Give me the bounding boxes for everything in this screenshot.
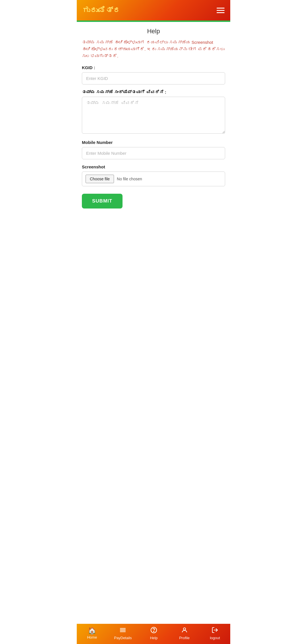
submit-button[interactable]: SUBMIT — [82, 194, 123, 209]
mobile-field-group: Mobile Number — [82, 140, 225, 159]
svg-point-6 — [183, 628, 186, 630]
nav-label-profile: Profile — [179, 636, 190, 640]
choose-file-button[interactable]: Choose file — [86, 175, 114, 183]
header: ಗುರುಮಿತ್ರ — [77, 0, 230, 20]
problem-field-group: ತಮ್ಮ ಸಮಸ್ಯೆ ಸಂಕ್ಷಿಪ್ತವಾಗಿ ವಿವರಿಸಿ : — [82, 90, 225, 135]
profile-icon — [181, 627, 188, 635]
nav-item-help[interactable]: Help — [145, 627, 162, 640]
mobile-label: Mobile Number — [82, 140, 225, 145]
no-file-text: No file chosen — [117, 177, 142, 181]
logout-icon — [211, 627, 218, 635]
screenshot-field-group: Screenshot Choose file No file chosen — [82, 164, 225, 186]
help-icon — [150, 627, 157, 635]
home-icon: 🏠 — [88, 627, 96, 634]
main-content: Help ತಮ್ಮ ಸಮಸ್ಯೆ ಹಂಚಿಕೊಳ್ಳುವಾಗ ದಯವಿಟ್ಟು … — [77, 22, 230, 644]
bottom-nav: 🏠 Home PayDetails Help — [77, 624, 230, 644]
app-logo: ಗುರುಮಿತ್ರ — [82, 6, 121, 15]
info-text: ತಮ್ಮ ಸಮಸ್ಯೆ ಹಂಚಿಕೊಳ್ಳುವಾಗ ದಯವಿಟ್ಟು ಸಮಸ್ಯ… — [82, 39, 225, 59]
kgid-field-group: KGID : — [82, 65, 225, 84]
nav-item-profile[interactable]: Profile — [176, 627, 193, 640]
kgid-label: KGID : — [82, 65, 225, 70]
mobile-input[interactable] — [82, 147, 225, 159]
page-title: Help — [82, 28, 225, 35]
file-input-wrapper: Choose file No file chosen — [82, 172, 225, 186]
nav-item-logout[interactable]: logout — [206, 627, 223, 640]
nav-label-home: Home — [87, 635, 97, 639]
nav-item-paydetails[interactable]: PayDetails — [114, 627, 132, 640]
problem-label: ತಮ್ಮ ಸಮಸ್ಯೆ ಸಂಕ್ಷಿಪ್ತವಾಗಿ ವಿವರಿಸಿ : — [82, 90, 225, 94]
nav-label-logout: logout — [210, 636, 220, 640]
nav-label-paydetails: PayDetails — [114, 636, 132, 640]
kgid-input[interactable] — [82, 72, 225, 84]
menu-button[interactable] — [217, 8, 225, 13]
screenshot-label: Screenshot — [82, 164, 225, 169]
problem-textarea[interactable] — [82, 97, 225, 134]
svg-point-5 — [154, 631, 154, 632]
nav-label-help: Help — [150, 636, 158, 640]
nav-item-home[interactable]: 🏠 Home — [84, 627, 101, 639]
paydetails-icon — [119, 627, 126, 635]
